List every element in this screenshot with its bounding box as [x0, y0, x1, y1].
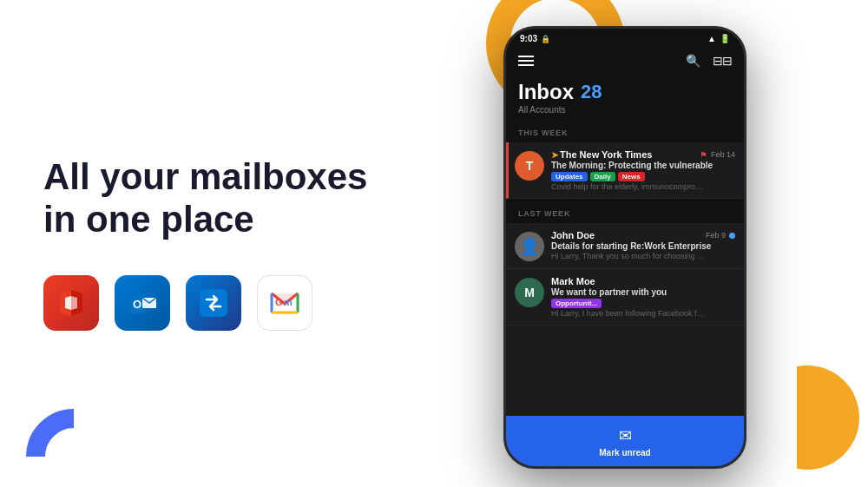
tag-updates: Updates — [551, 172, 588, 181]
inbox-title: Inbox — [518, 80, 574, 104]
search-icon[interactable]: 🔍 — [686, 54, 700, 68]
email-item-markmoe[interactable]: M Mark Moe We want to partner with you O… — [506, 269, 744, 326]
email-tags-nyt: Updates Daily News — [551, 172, 735, 181]
all-accounts-label: All Accounts — [518, 105, 732, 115]
phone-mockup: 9:03 🔒 ▲ 🔋 🔍 ⊟⊟ Inbox 28 — [503, 26, 746, 469]
section-last-week-label: LAST WEEK — [518, 209, 570, 218]
email-item-nyt[interactable]: T ➤The New York Times ⚑ Feb 14 The Morni… — [506, 142, 744, 199]
email-list: THIS WEEK T ➤The New York Times ⚑ Feb 14 — [506, 118, 744, 326]
email-preview-markmoe: Hi Larry, I have been following Facebook… — [551, 309, 707, 318]
email-from-row-markmoe: Mark Moe — [551, 276, 735, 286]
email-from-row-johndoe: John Doe Feb 9 — [551, 230, 735, 240]
avatar-markmoe: M — [515, 278, 544, 307]
menu-button[interactable] — [518, 56, 534, 66]
header-action-icons: 🔍 ⊟⊟ — [686, 54, 732, 68]
email-from-nyt: ➤The New York Times — [551, 149, 652, 160]
app-icons-row: O G m — [43, 275, 382, 331]
gmail-icon[interactable]: G m — [257, 275, 312, 331]
outlook-icon[interactable]: O — [115, 275, 170, 331]
email-content-nyt: ➤The New York Times ⚑ Feb 14 The Morning… — [551, 149, 735, 191]
swipe-action-icon: ✉ — [619, 426, 632, 445]
email-date-nyt: ⚑ Feb 14 — [700, 150, 735, 160]
email-preview-johndoe: Hi Larry, Thank you so much for choosing… — [551, 252, 707, 260]
nyt-arrow-icon: ➤ — [551, 150, 558, 160]
unread-dot-johndoe — [729, 233, 735, 239]
email-subject-markmoe: We want to partner with you — [551, 287, 735, 297]
office-icon[interactable] — [43, 275, 99, 331]
status-time: 9:03 — [520, 34, 537, 43]
tag-daily: Daily — [590, 172, 615, 181]
email-content-markmoe: Mark Moe We want to partner with you Opp… — [551, 276, 735, 318]
status-left: 9:03 🔒 — [520, 34, 550, 43]
tag-news: News — [618, 172, 645, 181]
flag-icon: ⚑ — [700, 150, 707, 160]
svg-text:m: m — [284, 297, 293, 307]
right-panel: 9:03 🔒 ▲ 🔋 🔍 ⊟⊟ Inbox 28 — [417, 0, 868, 487]
left-panel: All your mailboxesin one place O — [0, 0, 417, 487]
blue-curve-decoration — [26, 409, 122, 487]
section-this-week-label: THIS WEEK — [518, 128, 568, 137]
email-content-johndoe: John Doe Feb 9 Details for starting Re:W… — [551, 230, 735, 260]
email-from-row-nyt: ➤The New York Times ⚑ Feb 14 — [551, 149, 735, 160]
avatar-nyt: T — [515, 151, 544, 181]
tag-opportunity: Opportunit... — [551, 299, 602, 308]
status-bar: 9:03 🔒 ▲ 🔋 — [506, 29, 744, 47]
inbox-count: 28 — [581, 81, 602, 103]
email-tags-markmoe: Opportunit... — [551, 299, 735, 308]
swipe-action-label: Mark unread — [599, 448, 650, 457]
inbox-title-row: Inbox 28 — [518, 80, 732, 104]
exchange-icon[interactable] — [186, 275, 241, 331]
section-last-week: LAST WEEK — [506, 199, 744, 223]
email-preview-nyt: Covid help for the elderly, immunocompro… — [551, 182, 707, 191]
inbox-header: Inbox 28 All Accounts — [506, 75, 744, 118]
email-date-johndoe: Feb 9 — [706, 231, 735, 240]
email-subject-johndoe: Details for starting Re:Work Enterprise — [551, 241, 735, 251]
battery-icon: 🔋 — [720, 34, 730, 43]
filter-icon[interactable]: ⊟⊟ — [713, 54, 732, 68]
orange-blob-decoration — [755, 365, 859, 470]
status-lock: 🔒 — [541, 35, 550, 43]
swipe-action-overlay[interactable]: ✉ Mark unread — [506, 416, 744, 466]
svg-text:G: G — [275, 297, 283, 307]
section-this-week: THIS WEEK — [506, 118, 744, 142]
email-from-johndoe: John Doe — [551, 230, 595, 240]
email-from-markmoe: Mark Moe — [551, 276, 595, 286]
wifi-icon: ▲ — [707, 34, 716, 43]
avatar-johndoe: 👤 — [515, 232, 544, 261]
email-item-johndoe[interactable]: 👤 John Doe Feb 9 Details for starting Re… — [506, 223, 744, 269]
headline: All your mailboxesin one place — [43, 156, 382, 240]
app-header: 🔍 ⊟⊟ — [506, 47, 744, 75]
svg-text:O: O — [133, 298, 141, 311]
email-subject-nyt: The Morning: Protecting the vulnerable — [551, 161, 735, 170]
status-right: ▲ 🔋 — [707, 34, 730, 43]
